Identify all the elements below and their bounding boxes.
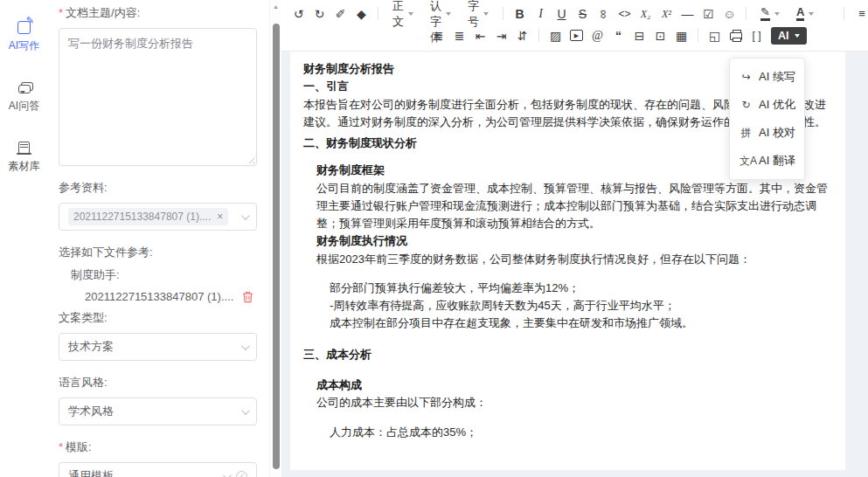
redo-button[interactable]: ↻ (309, 4, 330, 24)
print-icon (730, 32, 742, 40)
toolbar-separator (698, 29, 698, 42)
doc-list-item: 人力成本：占总成本的35%； (330, 424, 831, 441)
sidebar-item-ai-qa[interactable]: AI问答 (9, 80, 39, 114)
print-button[interactable] (726, 26, 746, 45)
insert-video-button[interactable]: ▶ (566, 26, 587, 45)
superscript-button[interactable]: X² (656, 4, 677, 24)
outdent-button[interactable]: ⇤ (470, 26, 490, 45)
undo-button[interactable]: ↺ (288, 4, 309, 24)
doc-list-item: -周转效率有待提高，应收账款周转天数为45天，高于行业平均水平； (330, 297, 831, 315)
italic-button[interactable]: I (531, 4, 551, 24)
menu-item-ai-continue[interactable]: ↪ AI 续写 (730, 63, 804, 91)
caret-down-icon (446, 12, 451, 16)
editor-toolbar: ↺ ↻ ✐ ◆ 正文 默认字体 字号 B I U S ∞ <> X₂ X² ― … (281, 0, 868, 52)
language-style-select[interactable]: 学术风格 (59, 398, 257, 425)
line-break-button[interactable]: ⇵ (512, 26, 532, 45)
preview-button[interactable]: ◱ (705, 26, 725, 45)
doc-heading-execution: 财务制度执行情况 (316, 232, 831, 250)
font-size-dropdown[interactable]: 字号 (460, 4, 496, 24)
topic-label: *文档主题/内容: (59, 5, 257, 21)
strikethrough-button[interactable]: S (573, 4, 593, 24)
sidebar-item-ai-writing[interactable]: ✎ AI写作 (9, 19, 39, 53)
doc-list-item: 成本控制在部分项目中存在超支现象，主要集中在研发和市场推广领域。 (330, 315, 831, 332)
font-color-dropdown[interactable]: A (788, 4, 822, 24)
app-window: ✎ AI写作 AI问答 素材库 *文档主题/内容: 写一份财务制度分析报告 参考… (0, 0, 868, 477)
ai-tools-dropdown[interactable]: AI (771, 27, 807, 45)
writing-form-panel: *文档主题/内容: 写一份财务制度分析报告 参考资料: 202112271513… (48, 0, 269, 477)
emoji-button[interactable]: ☺ (719, 4, 740, 24)
indent-button[interactable]: ⇥ (491, 26, 511, 45)
clear-format-button[interactable]: ◆ (351, 4, 372, 24)
scroll-up-arrow-icon[interactable]: ▲ (270, 3, 281, 10)
align-dropdown[interactable]: ≡ (851, 4, 868, 24)
highlight-color-dropdown[interactable]: ✎ (753, 4, 788, 24)
template-value: 通用模板 (68, 468, 114, 477)
chevron-down-icon (241, 342, 250, 350)
attachment-button[interactable]: @ (587, 26, 608, 45)
chevron-down-icon (241, 211, 250, 220)
code-block-button[interactable]: ⊡ (650, 26, 670, 45)
caret-down-icon (408, 12, 413, 16)
bullet-list-button[interactable]: ≣ (428, 26, 448, 45)
language-style-label: 语言风格: (59, 375, 257, 391)
divider-button[interactable]: ⊟ (629, 26, 649, 45)
sidebar-item-material-library[interactable]: 素材库 (9, 140, 40, 174)
bold-button[interactable]: B (510, 4, 530, 24)
scrollbar-thumb[interactable] (273, 24, 280, 469)
file-reference-block: 制度助手: 2021122715133847807 (1).... (59, 267, 257, 303)
toolbar-separator (746, 7, 746, 20)
chevron-down-icon (223, 471, 232, 477)
caret-down-icon (774, 12, 780, 16)
panel-scrollbar[interactable]: ▲ (269, 0, 281, 477)
task-list-button[interactable]: ☑ (698, 4, 719, 24)
doc-list-item: 部分部门预算执行偏差较大，平均偏差率为12%； (330, 280, 831, 297)
menu-item-ai-optimize[interactable]: ↻ AI 优化 (730, 91, 804, 119)
menu-item-ai-translate[interactable]: 文A AI 翻译 (730, 147, 804, 175)
fullscreen-button[interactable]: [ ] (746, 26, 767, 45)
align-icon: ≡ (858, 7, 865, 20)
font-color-icon: A (796, 6, 804, 21)
ai-actions-menu: ↪ AI 续写 ↻ AI 优化 拼 AI 校对 文A AI 翻译 (729, 58, 805, 180)
delete-file-icon[interactable] (242, 291, 253, 303)
doc-heading-cost-comp: 成本构成 (316, 377, 831, 394)
link-icon[interactable]: ∞ (597, 10, 609, 18)
ai-writing-icon: ✎ (17, 19, 31, 35)
toolbar-separator (844, 7, 844, 20)
toolbar-separator (538, 29, 539, 42)
toolbar-row-2: ≣ ≣ ⇤ ⇥ ⇵ ▨ ▶ @ “ ⊟ ⊡ ▦ ◱ [ ] AI (288, 24, 863, 46)
highlight-pen-icon: ✎ (760, 6, 770, 21)
assistant-label: 制度助手: (71, 267, 257, 283)
menu-item-ai-proofread[interactable]: 拼 AI 校对 (730, 119, 804, 147)
reference-select[interactable]: 2021122715133847807 (1).... × (59, 203, 257, 231)
required-marker: * (59, 440, 63, 453)
reference-label: 参考资料: (59, 180, 257, 196)
insert-image-button[interactable]: ▨ (545, 26, 566, 45)
sidebar-item-label: AI写作 (9, 38, 39, 53)
topic-textarea[interactable]: 写一份财务制度分析报告 (59, 28, 257, 166)
caret-down-icon (795, 34, 800, 38)
doc-paragraph: 根据2023年前三季度的财务数据，公司整体财务制度执行情况良好，但存在以下问题： (316, 251, 831, 268)
blockquote-button[interactable]: “ (608, 26, 628, 45)
doc-paragraph: 公司目前的制度涵盖了资金管理、成本控制、预算管理、核算与报告、风险管理等方面。其… (316, 180, 831, 233)
inline-code-button[interactable]: <> (615, 4, 635, 24)
subscript-button[interactable]: X₂ (635, 4, 656, 24)
copy-type-select[interactable]: 技术方案 (59, 333, 257, 361)
chevron-down-icon (241, 406, 250, 415)
paragraph-style-dropdown[interactable]: 正文 (385, 4, 421, 24)
font-family-dropdown[interactable]: 默认字体 (422, 4, 459, 24)
language-style-value: 学术风格 (68, 404, 114, 419)
sidebar-item-label: 素材库 (9, 159, 40, 174)
tag-close-icon[interactable]: × (217, 211, 223, 223)
format-painter-button[interactable]: ✐ (330, 4, 351, 24)
underline-button[interactable]: U (552, 4, 572, 24)
template-select[interactable]: 通用模板 ✓ (59, 462, 257, 477)
horizontal-rule-button[interactable]: ― (677, 4, 698, 24)
nav-rail: ✎ AI写作 AI问答 素材库 (0, 0, 48, 477)
topic-field-wrap: 写一份财务制度分析报告 (59, 28, 257, 166)
ordered-list-button[interactable]: ≣ (449, 26, 469, 45)
caret-down-icon (483, 12, 489, 16)
caret-down-icon (809, 12, 814, 16)
insert-table-button[interactable]: ▦ (671, 26, 691, 45)
editor-area: ↺ ↻ ✐ ◆ 正文 默认字体 字号 B I U S ∞ <> X₂ X² ― … (281, 0, 868, 477)
toolbar-separator (378, 7, 378, 20)
